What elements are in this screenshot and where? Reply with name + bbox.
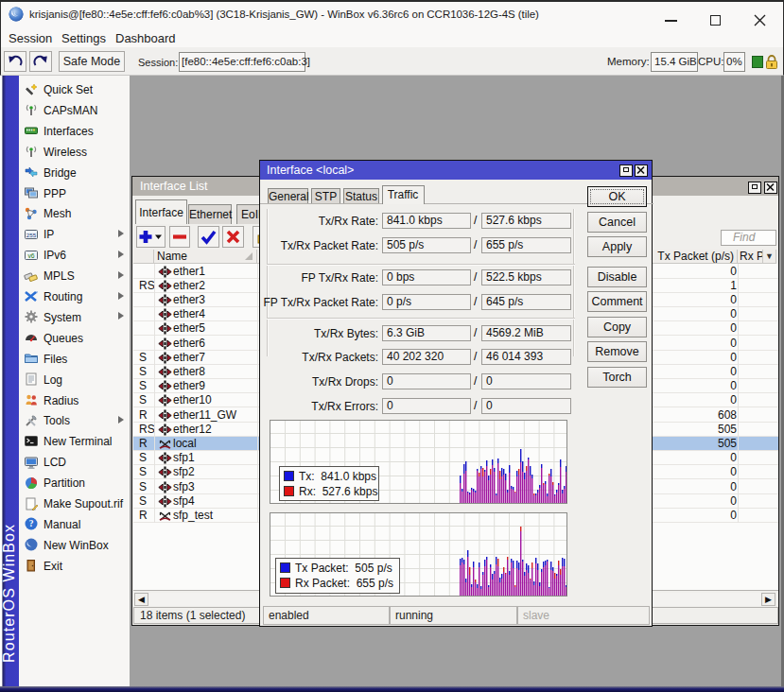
- svg-text:v6: v6: [27, 251, 34, 258]
- svg-text:255: 255: [26, 231, 37, 237]
- svg-text:?: ?: [29, 520, 34, 529]
